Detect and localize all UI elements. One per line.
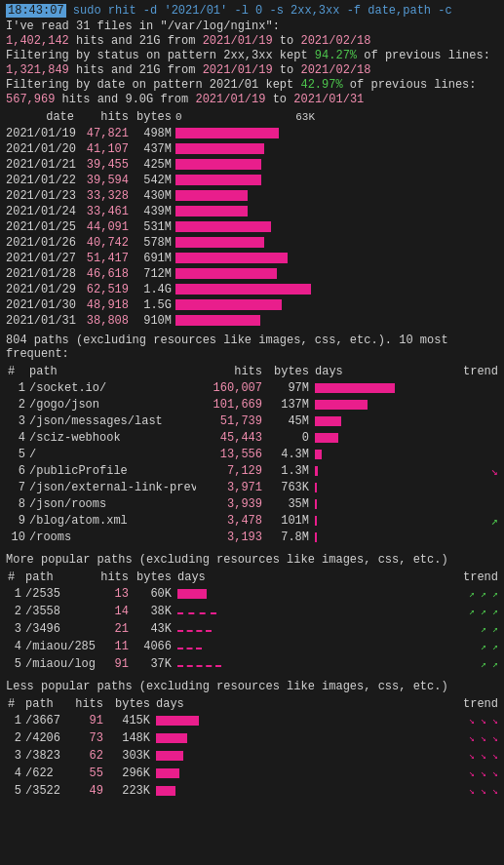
more-bar-dashed bbox=[177, 626, 212, 632]
more-th-hits: hits bbox=[96, 570, 129, 584]
more-path-row: 4 /miaou/285 11 4066 ↗ ↗ bbox=[6, 639, 498, 654]
path-trend: ↗ bbox=[395, 514, 498, 529]
chart-bar bbox=[175, 268, 277, 279]
chart-hits: 48,918 bbox=[80, 298, 133, 312]
less-bar bbox=[156, 786, 175, 796]
more-bytes: 37K bbox=[129, 657, 172, 671]
less-num: 4 bbox=[8, 767, 21, 780]
chart-row: 2021/01/30 48,918 1.5G bbox=[6, 297, 498, 312]
path-num: 1 bbox=[8, 381, 25, 395]
less-bar bbox=[156, 716, 199, 726]
less-path-row: 4 /622 55 296K ↘ ↘ ↘ bbox=[6, 766, 498, 781]
chart-rows: 2021/01/19 47,821 498M 2021/01/20 41,107… bbox=[6, 126, 498, 328]
less-trend: ↘ ↘ ↘ bbox=[257, 750, 498, 762]
days-bar bbox=[315, 433, 338, 443]
path-num: 8 bbox=[8, 497, 25, 511]
less-path: /3667 bbox=[21, 714, 72, 727]
path-name: / bbox=[25, 448, 196, 461]
more-th-days: days bbox=[172, 570, 279, 584]
chart-bytes: 542M bbox=[133, 174, 175, 187]
path-num: 5 bbox=[8, 448, 25, 461]
chart-bytes: 531M bbox=[133, 220, 175, 234]
chart-bar bbox=[175, 299, 282, 310]
chart-hits: 40,742 bbox=[80, 236, 133, 250]
less-path-row: 1 /3667 91 415K ↘ ↘ ↘ bbox=[6, 713, 498, 728]
less-num: 2 bbox=[8, 731, 21, 745]
more-num: 1 bbox=[8, 587, 21, 601]
path-days-bar bbox=[309, 482, 395, 493]
more-table-header: # path hits bytes days trend bbox=[6, 570, 498, 584]
chart-date: 2021/01/29 bbox=[6, 283, 80, 296]
less-th-path: path bbox=[21, 697, 72, 711]
more-th-trend: trend bbox=[279, 570, 498, 584]
path-row: 8 /json/rooms 3,939 35M bbox=[6, 496, 498, 512]
chart-bytes: 498M bbox=[133, 127, 175, 140]
path-row: 1 /socket.io/ 160,007 97M bbox=[6, 380, 498, 396]
less-bar bbox=[156, 768, 179, 778]
chart-hits: 33,328 bbox=[80, 189, 133, 203]
less-hits: 73 bbox=[72, 731, 103, 745]
path-num: 10 bbox=[8, 531, 25, 544]
chart-row: 2021/01/27 51,417 691M bbox=[6, 251, 498, 265]
path-hits: 3,939 bbox=[196, 497, 262, 511]
less-hits: 91 bbox=[72, 714, 103, 727]
days-bar bbox=[315, 466, 318, 476]
chart-col-headers: date hits bytes 0 63K bbox=[6, 110, 498, 124]
more-path: /2535 bbox=[21, 587, 96, 601]
days-bar bbox=[315, 499, 317, 509]
col-bytes-header: bytes bbox=[133, 110, 175, 124]
less-trend: ↘ ↘ ↘ bbox=[257, 732, 498, 744]
more-bytes: 38K bbox=[129, 605, 172, 618]
chart-bytes: 712M bbox=[133, 267, 175, 281]
less-bytes: 296K bbox=[103, 767, 150, 780]
path-days-bar bbox=[309, 498, 395, 510]
less-trend: ↘ ↘ ↘ bbox=[257, 767, 498, 779]
scale-max: 63K bbox=[295, 111, 315, 123]
path-name: /socket.io/ bbox=[25, 381, 196, 395]
path-name: /gogo/json bbox=[25, 398, 196, 412]
less-days-bar bbox=[150, 785, 257, 797]
chart-bytes: 1.4G bbox=[133, 283, 175, 296]
chart-hits: 41,107 bbox=[80, 142, 133, 156]
more-th-num: # bbox=[8, 570, 21, 584]
days-bar bbox=[315, 416, 341, 426]
chart-bar bbox=[175, 253, 288, 263]
more-hits: 13 bbox=[96, 587, 129, 601]
command-text: sudo rhit -d '2021/01' -l 0 -s 2xx,3xx -… bbox=[73, 4, 452, 18]
chart-date: 2021/01/28 bbox=[6, 267, 80, 281]
path-row: 2 /gogo/json 101,669 137M bbox=[6, 397, 498, 413]
less-path: /4206 bbox=[21, 731, 72, 745]
less-path: /3823 bbox=[21, 749, 72, 763]
path-name: /json/external-link-preview bbox=[25, 481, 196, 494]
path-days-bar bbox=[309, 415, 395, 427]
more-path: /miaou/285 bbox=[21, 640, 96, 653]
path-name: /publicProfile bbox=[25, 464, 196, 478]
chart-date: 2021/01/31 bbox=[6, 314, 80, 328]
less-hits: 62 bbox=[72, 749, 103, 763]
chart-bar-container bbox=[175, 221, 498, 233]
chart-bar-container bbox=[175, 128, 498, 139]
chart-hits: 46,618 bbox=[80, 267, 133, 281]
chart-bytes: 439M bbox=[133, 205, 175, 218]
info-line-6: Filtering by date on pattern 2021/01 kep… bbox=[6, 78, 498, 92]
th-num: # bbox=[8, 365, 25, 378]
more-bar-dashed bbox=[177, 644, 202, 649]
path-hits: 7,129 bbox=[196, 464, 262, 478]
chart-date: 2021/01/20 bbox=[6, 142, 80, 156]
less-num: 5 bbox=[8, 784, 21, 798]
total-hits: 1,402,142 bbox=[6, 34, 69, 48]
path-row: 3 /json/messages/last 51,739 45M bbox=[6, 413, 498, 429]
more-hits: 91 bbox=[96, 657, 129, 671]
chart-row: 2021/01/19 47,821 498M bbox=[6, 126, 498, 140]
chart-bar-container bbox=[175, 237, 498, 249]
path-bytes: 4.3M bbox=[262, 448, 309, 461]
less-path: /3522 bbox=[21, 784, 72, 798]
more-num: 3 bbox=[8, 622, 21, 636]
more-days-bar bbox=[172, 606, 279, 617]
col-hits-header: hits bbox=[80, 110, 133, 124]
path-hits: 3,971 bbox=[196, 481, 262, 494]
chart-bar-container bbox=[175, 299, 498, 311]
more-bytes: 60K bbox=[129, 587, 172, 601]
chart-hits: 39,455 bbox=[80, 158, 133, 172]
more-th-bytes: bytes bbox=[129, 570, 172, 584]
